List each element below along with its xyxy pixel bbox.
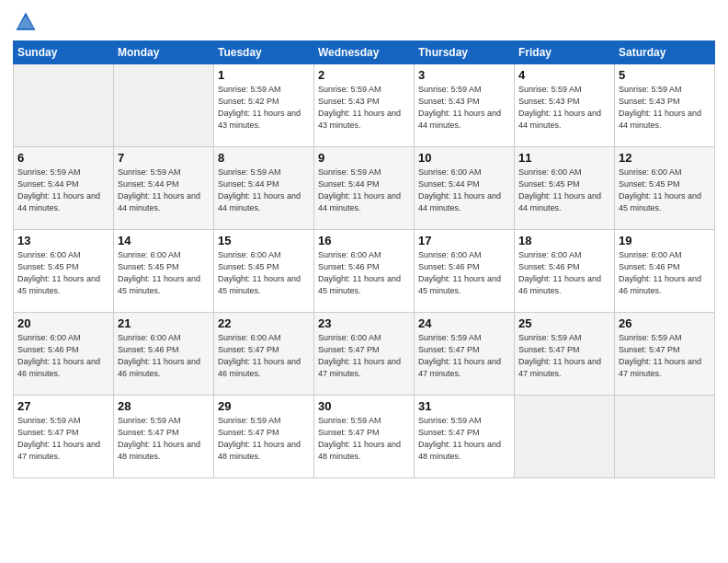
day-info: Sunrise: 5:59 AM Sunset: 5:43 PM Dayligh… (318, 84, 410, 132)
day-number: 21 (118, 316, 210, 330)
calendar-cell: 28Sunrise: 5:59 AM Sunset: 5:47 PM Dayli… (114, 396, 214, 478)
day-number: 2 (318, 68, 410, 82)
day-number: 19 (619, 234, 711, 247)
calendar-cell: 29Sunrise: 5:59 AM Sunset: 5:47 PM Dayli… (214, 396, 314, 478)
day-info: Sunrise: 6:00 AM Sunset: 5:46 PM Dayligh… (619, 249, 711, 297)
calendar-cell: 3Sunrise: 5:59 AM Sunset: 5:43 PM Daylig… (415, 64, 515, 147)
calendar-cell: 12Sunrise: 6:00 AM Sunset: 5:45 PM Dayli… (615, 147, 715, 230)
calendar-cell: 1Sunrise: 5:59 AM Sunset: 5:42 PM Daylig… (214, 64, 314, 147)
day-number: 24 (418, 316, 510, 330)
weekday-header: Tuesday (214, 41, 314, 64)
calendar-cell: 8Sunrise: 5:59 AM Sunset: 5:44 PM Daylig… (214, 147, 314, 230)
calendar-cell: 2Sunrise: 5:59 AM Sunset: 5:43 PM Daylig… (314, 64, 415, 147)
day-number: 30 (318, 399, 410, 413)
calendar-cell: 11Sunrise: 6:00 AM Sunset: 5:45 PM Dayli… (515, 147, 615, 230)
weekday-header: Thursday (415, 41, 515, 64)
day-number: 29 (218, 399, 310, 413)
calendar-cell: 22Sunrise: 6:00 AM Sunset: 5:47 PM Dayli… (214, 313, 314, 396)
day-info: Sunrise: 5:59 AM Sunset: 5:47 PM Dayligh… (218, 415, 310, 463)
weekday-header-row: SundayMondayTuesdayWednesdayThursdayFrid… (14, 41, 715, 64)
day-info: Sunrise: 6:00 AM Sunset: 5:45 PM Dayligh… (17, 249, 109, 297)
page: SundayMondayTuesdayWednesdayThursdayFrid… (0, 0, 728, 563)
day-info: Sunrise: 5:59 AM Sunset: 5:44 PM Dayligh… (318, 167, 410, 214)
calendar-cell: 4Sunrise: 5:59 AM Sunset: 5:43 PM Daylig… (515, 64, 615, 147)
day-info: Sunrise: 5:59 AM Sunset: 5:47 PM Dayligh… (17, 415, 109, 463)
day-info: Sunrise: 6:00 AM Sunset: 5:45 PM Dayligh… (118, 249, 210, 297)
calendar-cell: 7Sunrise: 5:59 AM Sunset: 5:44 PM Daylig… (114, 147, 214, 230)
day-info: Sunrise: 5:59 AM Sunset: 5:43 PM Dayligh… (518, 84, 610, 132)
calendar-week-row: 6Sunrise: 5:59 AM Sunset: 5:44 PM Daylig… (14, 147, 715, 230)
day-info: Sunrise: 5:59 AM Sunset: 5:43 PM Dayligh… (619, 84, 711, 132)
calendar-cell (14, 64, 114, 147)
day-number: 7 (118, 151, 210, 165)
calendar-cell: 30Sunrise: 5:59 AM Sunset: 5:47 PM Dayli… (314, 396, 415, 478)
calendar-week-row: 1Sunrise: 5:59 AM Sunset: 5:42 PM Daylig… (14, 64, 715, 147)
day-number: 15 (218, 234, 310, 247)
calendar-cell: 10Sunrise: 6:00 AM Sunset: 5:44 PM Dayli… (415, 147, 515, 230)
calendar-cell: 17Sunrise: 6:00 AM Sunset: 5:46 PM Dayli… (415, 230, 515, 313)
day-number: 9 (318, 151, 410, 165)
calendar-cell (615, 396, 715, 478)
header (13, 9, 715, 35)
day-number: 6 (17, 151, 109, 165)
day-info: Sunrise: 5:59 AM Sunset: 5:47 PM Dayligh… (318, 415, 410, 463)
svg-marker-1 (17, 16, 34, 29)
calendar-cell (114, 64, 214, 147)
day-number: 20 (17, 316, 109, 330)
calendar-cell: 19Sunrise: 6:00 AM Sunset: 5:46 PM Dayli… (615, 230, 715, 313)
calendar-cell (515, 396, 615, 478)
day-number: 11 (518, 151, 610, 165)
day-info: Sunrise: 5:59 AM Sunset: 5:47 PM Dayligh… (619, 332, 711, 380)
calendar-cell: 13Sunrise: 6:00 AM Sunset: 5:45 PM Dayli… (14, 230, 114, 313)
weekday-header: Wednesday (314, 41, 415, 64)
calendar-cell: 26Sunrise: 5:59 AM Sunset: 5:47 PM Dayli… (615, 313, 715, 396)
day-number: 4 (518, 68, 610, 82)
calendar-week-row: 13Sunrise: 6:00 AM Sunset: 5:45 PM Dayli… (14, 230, 715, 313)
day-info: Sunrise: 6:00 AM Sunset: 5:46 PM Dayligh… (17, 332, 109, 380)
day-number: 12 (619, 151, 711, 165)
day-number: 31 (418, 399, 510, 413)
logo-icon (13, 9, 39, 35)
day-info: Sunrise: 5:59 AM Sunset: 5:44 PM Dayligh… (118, 167, 210, 214)
day-number: 3 (418, 68, 510, 82)
calendar-cell: 31Sunrise: 5:59 AM Sunset: 5:47 PM Dayli… (415, 396, 515, 478)
weekday-header: Monday (114, 41, 214, 64)
day-info: Sunrise: 6:00 AM Sunset: 5:46 PM Dayligh… (518, 249, 610, 297)
day-number: 16 (318, 234, 410, 247)
day-info: Sunrise: 6:00 AM Sunset: 5:46 PM Dayligh… (418, 249, 510, 297)
day-number: 26 (619, 316, 711, 330)
day-number: 5 (619, 68, 711, 82)
day-info: Sunrise: 6:00 AM Sunset: 5:47 PM Dayligh… (218, 332, 310, 380)
calendar-cell: 27Sunrise: 5:59 AM Sunset: 5:47 PM Dayli… (14, 396, 114, 478)
day-number: 18 (518, 234, 610, 247)
calendar-cell: 14Sunrise: 6:00 AM Sunset: 5:45 PM Dayli… (114, 230, 214, 313)
day-number: 27 (17, 399, 109, 413)
calendar-cell: 5Sunrise: 5:59 AM Sunset: 5:43 PM Daylig… (615, 64, 715, 147)
day-info: Sunrise: 5:59 AM Sunset: 5:42 PM Dayligh… (218, 84, 310, 132)
day-info: Sunrise: 5:59 AM Sunset: 5:47 PM Dayligh… (518, 332, 610, 380)
calendar-cell: 24Sunrise: 5:59 AM Sunset: 5:47 PM Dayli… (415, 313, 515, 396)
calendar: SundayMondayTuesdayWednesdayThursdayFrid… (13, 40, 715, 478)
day-number: 14 (118, 234, 210, 247)
calendar-cell: 18Sunrise: 6:00 AM Sunset: 5:46 PM Dayli… (515, 230, 615, 313)
calendar-cell: 25Sunrise: 5:59 AM Sunset: 5:47 PM Dayli… (515, 313, 615, 396)
day-number: 17 (418, 234, 510, 247)
day-info: Sunrise: 6:00 AM Sunset: 5:44 PM Dayligh… (418, 167, 510, 214)
day-number: 13 (17, 234, 109, 247)
day-info: Sunrise: 5:59 AM Sunset: 5:44 PM Dayligh… (17, 167, 109, 214)
weekday-header: Friday (515, 41, 615, 64)
day-number: 10 (418, 151, 510, 165)
day-info: Sunrise: 6:00 AM Sunset: 5:46 PM Dayligh… (318, 249, 410, 297)
calendar-cell: 20Sunrise: 6:00 AM Sunset: 5:46 PM Dayli… (14, 313, 114, 396)
calendar-cell: 15Sunrise: 6:00 AM Sunset: 5:45 PM Dayli… (214, 230, 314, 313)
calendar-week-row: 27Sunrise: 5:59 AM Sunset: 5:47 PM Dayli… (14, 396, 715, 478)
calendar-cell: 6Sunrise: 5:59 AM Sunset: 5:44 PM Daylig… (14, 147, 114, 230)
day-info: Sunrise: 6:00 AM Sunset: 5:46 PM Dayligh… (118, 332, 210, 380)
logo (13, 9, 40, 35)
calendar-cell: 23Sunrise: 6:00 AM Sunset: 5:47 PM Dayli… (314, 313, 415, 396)
calendar-cell: 21Sunrise: 6:00 AM Sunset: 5:46 PM Dayli… (114, 313, 214, 396)
day-number: 22 (218, 316, 310, 330)
day-info: Sunrise: 5:59 AM Sunset: 5:47 PM Dayligh… (418, 415, 510, 463)
weekday-header: Sunday (14, 41, 114, 64)
day-number: 23 (318, 316, 410, 330)
